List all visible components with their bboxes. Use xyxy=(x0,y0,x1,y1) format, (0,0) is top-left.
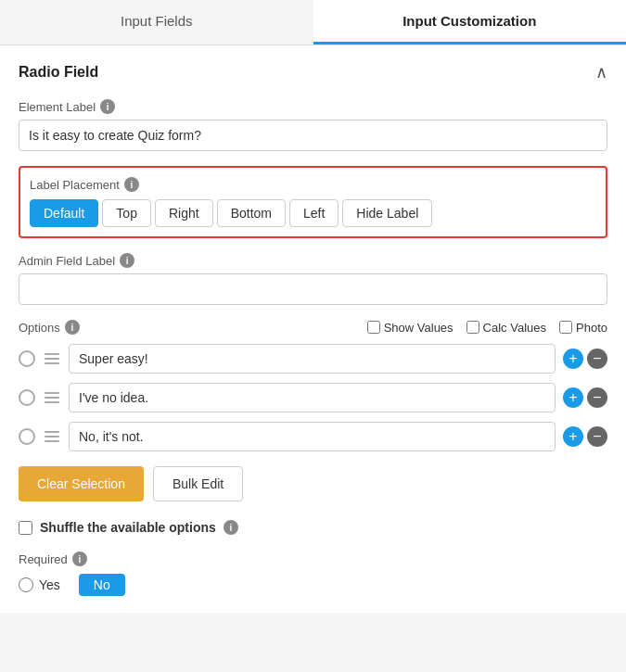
option-controls-1: + − xyxy=(563,349,607,369)
option-row: + − xyxy=(19,383,607,412)
label-placement-box: Label Placement i Default Top Right Bott… xyxy=(19,166,607,238)
action-buttons: Clear Selection Bulk Edit xyxy=(19,466,607,501)
clear-selection-button[interactable]: Clear Selection xyxy=(19,466,144,501)
placement-btn-right[interactable]: Right xyxy=(155,199,213,227)
calc-values-label: Calc Values xyxy=(483,321,546,335)
options-checkboxes: Show Values Calc Values Photo xyxy=(367,321,607,335)
element-label-info-icon[interactable]: i xyxy=(100,99,115,114)
show-values-checkbox[interactable] xyxy=(367,321,380,334)
option-row: + − xyxy=(19,422,607,451)
option-add-btn-2[interactable]: + xyxy=(563,387,583,408)
admin-field-label-input[interactable] xyxy=(19,273,607,305)
required-options: Yes No xyxy=(19,574,607,596)
section-title: Radio Field xyxy=(19,64,98,81)
required-info-icon[interactable]: i xyxy=(72,552,87,566)
element-label-group: Element Label i xyxy=(19,99,607,151)
option-input-1[interactable] xyxy=(69,344,556,374)
options-label: Options i xyxy=(19,320,362,335)
required-no-button[interactable]: No xyxy=(79,574,125,596)
shuffle-row: Shuffle the available options i xyxy=(19,520,607,535)
tabs-bar: Input Fields Input Customization xyxy=(0,0,626,45)
options-header: Options i Show Values Calc Values Photo xyxy=(19,320,607,335)
photo-checkbox-item[interactable]: Photo xyxy=(559,321,607,335)
options-info-icon[interactable]: i xyxy=(65,320,80,335)
drag-handle-3[interactable] xyxy=(43,429,61,444)
collapse-icon[interactable]: ∧ xyxy=(595,62,607,82)
tab-input-customization[interactable]: Input Customization xyxy=(313,0,627,44)
option-radio-2[interactable] xyxy=(19,389,35,406)
drag-handle-2[interactable] xyxy=(43,390,61,405)
option-input-3[interactable] xyxy=(69,422,556,451)
show-values-label: Show Values xyxy=(384,321,454,335)
required-yes-label: Yes xyxy=(39,577,60,592)
placement-btn-default[interactable]: Default xyxy=(30,199,98,227)
drag-handle-1[interactable] xyxy=(43,351,61,366)
label-placement-label: Label Placement i xyxy=(30,177,596,192)
photo-checkbox[interactable] xyxy=(559,321,572,334)
admin-field-label-group: Admin Field Label i xyxy=(19,253,607,305)
shuffle-checkbox[interactable] xyxy=(19,521,32,535)
placement-btn-left[interactable]: Left xyxy=(289,199,339,227)
option-add-btn-1[interactable]: + xyxy=(563,349,583,369)
calc-values-checkbox-item[interactable]: Calc Values xyxy=(466,321,546,335)
placement-btn-top[interactable]: Top xyxy=(102,199,151,227)
admin-field-label-info-icon[interactable]: i xyxy=(120,253,134,268)
option-controls-2: + − xyxy=(563,387,607,408)
shuffle-info-icon[interactable]: i xyxy=(224,520,238,535)
placement-btn-bottom[interactable]: Bottom xyxy=(217,199,286,227)
label-placement-info-icon[interactable]: i xyxy=(124,177,139,192)
element-label-input[interactable] xyxy=(19,120,607,151)
placement-buttons: Default Top Right Bottom Left Hide Label xyxy=(30,199,596,227)
bulk-edit-button[interactable]: Bulk Edit xyxy=(153,466,243,501)
required-yes-radio[interactable] xyxy=(19,577,33,592)
option-add-btn-3[interactable]: + xyxy=(563,426,583,447)
photo-label: Photo xyxy=(576,321,607,335)
tab-input-fields[interactable]: Input Fields xyxy=(0,0,313,44)
show-values-checkbox-item[interactable]: Show Values xyxy=(367,321,454,335)
required-section: Required i Yes No xyxy=(19,552,607,596)
admin-field-label-label: Admin Field Label i xyxy=(19,253,607,268)
placement-btn-hide-label[interactable]: Hide Label xyxy=(342,199,432,227)
required-yes-option: Yes xyxy=(19,577,60,592)
element-label-label: Element Label i xyxy=(19,99,607,114)
option-radio-1[interactable] xyxy=(19,350,35,367)
section-header: Radio Field ∧ xyxy=(19,62,607,82)
option-radio-3[interactable] xyxy=(19,428,35,445)
required-label: Required i xyxy=(19,552,607,566)
option-input-2[interactable] xyxy=(69,383,556,412)
main-content: Radio Field ∧ Element Label i Label Plac… xyxy=(0,45,626,613)
calc-values-checkbox[interactable] xyxy=(466,321,479,334)
option-remove-btn-2[interactable]: − xyxy=(587,387,607,408)
option-remove-btn-3[interactable]: − xyxy=(587,426,607,447)
option-remove-btn-1[interactable]: − xyxy=(587,349,607,369)
option-controls-3: + − xyxy=(563,426,607,447)
shuffle-label: Shuffle the available options xyxy=(40,520,216,535)
option-row: + − xyxy=(19,344,607,374)
